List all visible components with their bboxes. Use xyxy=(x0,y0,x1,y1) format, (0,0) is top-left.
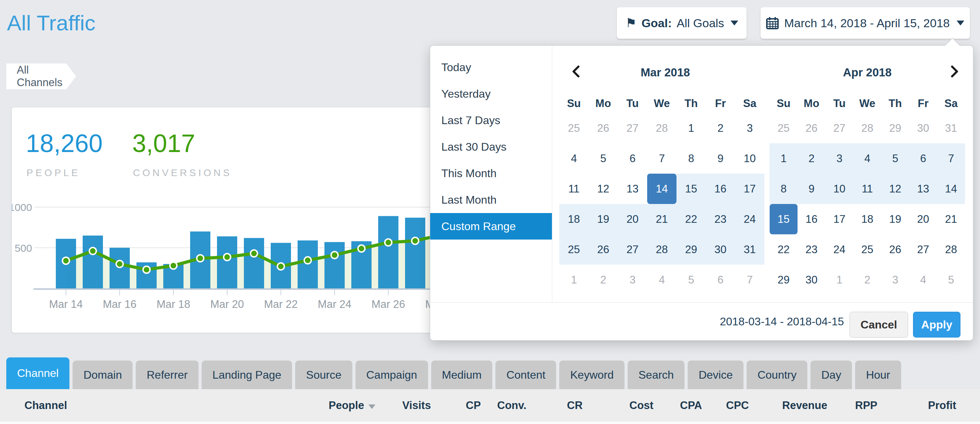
calendar-day[interactable]: 7 xyxy=(937,143,965,174)
calendar-day[interactable]: 25 xyxy=(559,234,589,265)
tab-channel[interactable]: Channel xyxy=(6,357,69,389)
column-header-cpc[interactable]: CPC xyxy=(726,399,749,412)
calendar-day[interactable]: 30 xyxy=(706,234,735,265)
calendar-day[interactable]: 20 xyxy=(618,204,647,234)
tab-hour[interactable]: Hour xyxy=(855,360,901,389)
calendar-day[interactable]: 10 xyxy=(826,174,853,204)
calendar-day-selected[interactable]: 14 xyxy=(647,174,676,204)
calendar-day[interactable]: 5 xyxy=(937,265,965,295)
calendar-day[interactable]: 2 xyxy=(797,143,826,174)
column-header-revenue[interactable]: Revenue xyxy=(782,399,827,412)
calendar-day[interactable]: 28 xyxy=(647,234,676,265)
calendar-day[interactable]: 28 xyxy=(937,234,965,265)
calendar-day[interactable]: 2 xyxy=(589,265,618,295)
calendar-day[interactable]: 21 xyxy=(647,204,676,234)
calendar-day[interactable]: 5 xyxy=(881,143,909,174)
calendar-day[interactable]: 27 xyxy=(618,113,647,143)
calendar-day[interactable]: 23 xyxy=(797,234,826,265)
calendar-day[interactable]: 26 xyxy=(797,113,826,143)
calendar-day[interactable]: 3 xyxy=(735,113,764,143)
tab-campaign[interactable]: Campaign xyxy=(355,360,428,389)
column-header-people[interactable]: People xyxy=(329,399,375,412)
calendar-day[interactable]: 29 xyxy=(881,113,909,143)
tab-keyword[interactable]: Keyword xyxy=(559,360,625,389)
calendar-day[interactable]: 13 xyxy=(618,174,647,204)
column-header-cost[interactable]: Cost xyxy=(629,399,654,412)
calendar-day[interactable]: 20 xyxy=(909,204,937,234)
tab-landing-page[interactable]: Landing Page xyxy=(202,360,292,389)
calendar-day[interactable]: 2 xyxy=(853,265,881,295)
breadcrumb[interactable]: All Channels xyxy=(6,64,76,89)
calendar-day[interactable]: 9 xyxy=(706,143,735,174)
date-range-dropdown-button[interactable]: March 14, 2018 - April 15, 2018 xyxy=(760,7,970,39)
calendar-day[interactable]: 18 xyxy=(559,204,589,234)
preset-last-month[interactable]: Last Month xyxy=(430,187,552,213)
calendar-day[interactable]: 3 xyxy=(881,265,909,295)
calendar-day[interactable]: 1 xyxy=(826,265,853,295)
preset-this-month[interactable]: This Month xyxy=(430,160,552,187)
calendar-day[interactable]: 21 xyxy=(937,204,965,234)
goal-dropdown-button[interactable]: ⚑ Goal: All Goals xyxy=(617,7,746,39)
calendar-day[interactable]: 24 xyxy=(826,234,853,265)
column-header-cr[interactable]: CR xyxy=(567,399,582,412)
preset-last-7-days[interactable]: Last 7 Days xyxy=(430,107,552,133)
calendar-day[interactable]: 18 xyxy=(853,204,881,234)
calendar-day[interactable]: 10 xyxy=(735,143,764,174)
column-header-profit[interactable]: Profit xyxy=(928,399,956,412)
calendar-day-selected[interactable]: 15 xyxy=(770,204,797,234)
calendar-day[interactable]: 28 xyxy=(853,113,881,143)
calendar-day[interactable]: 29 xyxy=(676,234,706,265)
calendar-day[interactable]: 12 xyxy=(881,174,909,204)
calendar-day[interactable]: 22 xyxy=(676,204,706,234)
calendar-day[interactable]: 19 xyxy=(881,204,909,234)
calendar-day[interactable]: 5 xyxy=(589,143,618,174)
calendar-day[interactable]: 1 xyxy=(676,113,706,143)
calendar-day[interactable]: 7 xyxy=(647,143,676,174)
calendar-day[interactable]: 30 xyxy=(909,113,937,143)
calendar-day[interactable]: 11 xyxy=(853,174,881,204)
calendar-day[interactable]: 23 xyxy=(706,204,735,234)
tab-country[interactable]: Country xyxy=(746,360,807,389)
calendar-day[interactable]: 11 xyxy=(559,174,589,204)
preset-custom-range[interactable]: Custom Range xyxy=(430,213,552,240)
calendar-day[interactable]: 17 xyxy=(735,174,764,204)
calendar-day[interactable]: 4 xyxy=(647,265,676,295)
calendar-day[interactable]: 26 xyxy=(881,234,909,265)
calendar-day[interactable]: 12 xyxy=(589,174,618,204)
calendar-day[interactable]: 14 xyxy=(937,174,965,204)
calendar-day[interactable]: 3 xyxy=(618,265,647,295)
calendar-day[interactable]: 16 xyxy=(797,204,826,234)
tab-content[interactable]: Content xyxy=(495,360,556,389)
column-header-cp[interactable]: CP xyxy=(466,399,481,412)
calendar-day[interactable]: 6 xyxy=(909,143,937,174)
column-header-visits[interactable]: Visits xyxy=(402,399,431,412)
calendar-day[interactable]: 6 xyxy=(618,143,647,174)
cancel-button[interactable]: Cancel xyxy=(850,312,908,338)
calendar-day[interactable]: 9 xyxy=(797,174,826,204)
column-header-cpa[interactable]: CPA xyxy=(680,399,702,412)
tab-medium[interactable]: Medium xyxy=(431,360,493,389)
calendar-day[interactable]: 30 xyxy=(797,265,826,295)
tab-search[interactable]: Search xyxy=(628,360,684,389)
calendar-day[interactable]: 27 xyxy=(618,234,647,265)
calendar-day[interactable]: 1 xyxy=(770,143,797,174)
calendar-day[interactable]: 22 xyxy=(770,234,797,265)
calendar-day[interactable]: 25 xyxy=(770,113,797,143)
calendar-day[interactable]: 7 xyxy=(735,265,764,295)
calendar-day[interactable]: 28 xyxy=(647,113,676,143)
tab-referrer[interactable]: Referrer xyxy=(136,360,198,389)
calendar-day[interactable]: 27 xyxy=(909,234,937,265)
tab-domain[interactable]: Domain xyxy=(73,360,132,389)
calendar-day[interactable]: 31 xyxy=(735,234,764,265)
calendar-day[interactable]: 4 xyxy=(559,143,589,174)
calendar-day[interactable]: 1 xyxy=(559,265,589,295)
apply-button[interactable]: Apply xyxy=(913,312,961,338)
calendar-day[interactable]: 25 xyxy=(853,234,881,265)
calendar-day[interactable]: 24 xyxy=(735,204,764,234)
calendar-day[interactable]: 17 xyxy=(826,204,853,234)
column-header-rpp[interactable]: RPP xyxy=(855,399,877,412)
tab-day[interactable]: Day xyxy=(810,360,852,389)
calendar-day[interactable]: 25 xyxy=(559,113,589,143)
calendar-day[interactable]: 8 xyxy=(770,174,797,204)
calendar-day[interactable]: 19 xyxy=(589,204,618,234)
